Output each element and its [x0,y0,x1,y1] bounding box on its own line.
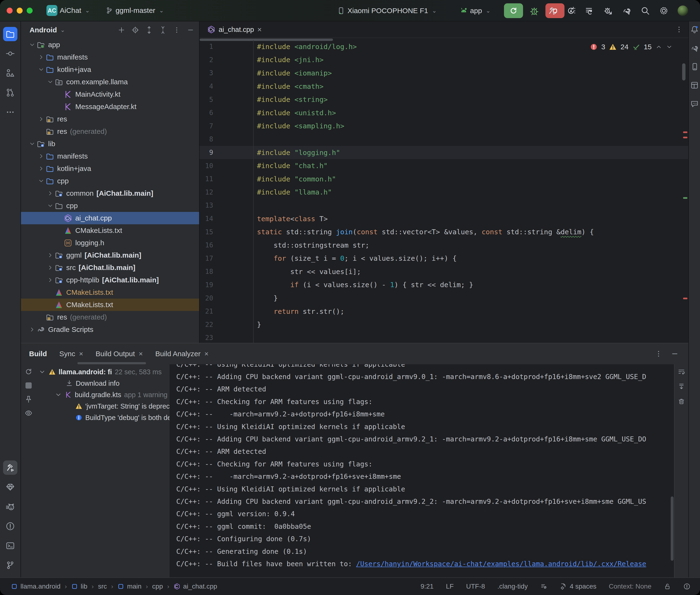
rerun-button[interactable] [504,3,523,18]
next-problem-icon[interactable] [666,44,673,50]
build-warning-row[interactable]: 'jvmTarget: String' is deprec [36,400,170,412]
minimize-window-button[interactable] [17,8,23,13]
chevron-down-icon[interactable] [38,66,45,73]
tree-row-cpp[interactable]: cpp [21,200,199,212]
expand-all-icon[interactable] [145,26,153,34]
line-number[interactable]: 7 [200,122,253,130]
tree-row-ggml[interactable]: ggml[AiChat.lib.main] [21,249,199,261]
tree-row-res[interactable]: res(generated) [21,311,199,323]
chevron-right-icon[interactable] [38,153,45,160]
suspend-icon[interactable] [26,382,32,389]
line-number[interactable]: 19 [200,281,253,289]
resolve-context[interactable]: Context: None [609,583,651,590]
tree-row-kotlin+java[interactable]: kotlin+java [21,63,199,76]
line-number[interactable]: 8 [200,135,253,143]
build-console[interactable]: C/C++: -- Using KleidiAI optimized kerne… [170,364,674,577]
profiler-button[interactable] [585,6,594,16]
build-options-icon[interactable] [654,350,663,358]
project-view-selector[interactable]: Android [30,26,57,34]
close-tab-icon[interactable]: × [139,350,143,358]
settings-button[interactable] [659,6,669,16]
chevron-down-icon[interactable] [47,79,54,85]
code-line[interactable]: 8 [200,133,688,146]
line-number[interactable]: 1 [200,42,253,51]
maximize-window-button[interactable] [27,8,33,13]
tree-row-manifests[interactable]: manifests [21,51,199,63]
locate-file-icon[interactable] [132,26,139,34]
hide-build-panel-icon[interactable] [671,350,679,358]
code-line[interactable]: 13 [200,199,688,212]
gradle-tool-icon[interactable] [690,44,699,52]
lock-open-icon[interactable] [664,583,671,590]
line-number[interactable]: 14 [200,215,253,223]
build-download-row[interactable]: Download info [36,378,170,389]
code-line[interactable]: 19 if (i < values.size() - 1) { str << d… [200,278,688,292]
tree-row-ai_chat.cpp[interactable]: ai_chat.cpp [21,212,199,224]
tree-row-cmakelists.txt[interactable]: CMakeLists.txt [21,224,199,237]
code-line[interactable]: 23 [200,331,688,343]
debug-button[interactable] [529,6,539,16]
gradle-sync-button[interactable] [622,6,632,16]
code-line[interactable]: 17 for (size_t i = 0; i < values.size();… [200,252,688,265]
tree-row-cmakelists.txt[interactable]: CMakeLists.txt [21,286,199,299]
problems-tool-button[interactable] [3,519,18,533]
code-line[interactable]: 10#include "chat.h" [200,159,688,172]
avatar[interactable] [678,5,688,16]
tree-row-mainactivity.kt[interactable]: MainActivity.kt [21,88,199,101]
layout-inspector-icon[interactable] [690,81,699,89]
code-line[interactable]: 2#include <jni.h> [200,53,688,67]
close-tab-icon[interactable]: × [204,350,208,358]
tree-row-logging.h[interactable]: logging.h [21,237,199,249]
error-stripe-mark[interactable] [683,132,688,133]
tree-row-res[interactable]: res(generated) [21,125,199,138]
device-manager-icon[interactable] [690,62,699,71]
indent-setting[interactable]: 4 spaces [560,583,596,590]
line-number[interactable]: 18 [200,267,253,276]
code-line[interactable]: 11#include "common.h" [200,172,688,186]
prev-problem-icon[interactable] [655,44,662,50]
pull-requests-tool-button[interactable] [3,85,18,100]
tree-row-common[interactable]: common[AiChat.lib.main] [21,187,199,200]
apply-changes-button[interactable] [566,6,576,16]
code-line[interactable]: 14template<class T> [200,212,688,225]
clear-all-icon[interactable] [678,398,685,405]
soft-wrap-icon[interactable] [678,368,685,376]
code-line[interactable]: 15static std::string join(const std::vec… [200,225,688,238]
build-root-row[interactable]: llama.android: fi 22 sec, 583 ms [36,366,170,378]
tree-row-gradle-scripts[interactable]: Gradle Scripts [21,323,199,336]
breadcrumb-cpp[interactable]: cpp [152,583,163,590]
sync-icon[interactable] [25,368,33,376]
scroll-to-end-icon[interactable] [678,383,685,391]
project-selector[interactable]: AC AiChat ⌄ [47,5,90,16]
tree-row-cpp-httplib[interactable]: cpp-httplib[AiChat.lib.main] [21,274,199,286]
build-files-link[interactable]: /Users/hanyin/Workspace/ai-chat/examples… [356,560,646,568]
code-line[interactable]: 5#include <string> [200,93,688,106]
structure-tool-button[interactable] [3,66,18,80]
line-number[interactable]: 11 [200,175,253,183]
line-number[interactable]: 20 [200,294,253,302]
device-selector[interactable]: Xiaomi POCOPHONE F1 ⌄ [337,7,437,15]
app-insights-tool-button[interactable] [3,480,18,494]
notifications-bell-icon[interactable] [690,25,699,34]
tree-row-com.example.llama[interactable]: com.example.llama [21,76,199,88]
line-number[interactable]: 13 [200,201,253,209]
tree-row-cmakelists.txt[interactable]: CMakeLists.txt [21,299,199,311]
breadcrumb-ai_chat.cpp[interactable]: ai_chat.cpp [174,583,217,590]
chevron-right-icon[interactable] [47,252,54,259]
chevron-right-icon[interactable] [38,54,45,60]
line-number[interactable]: 22 [200,321,253,329]
ok-stripe-mark[interactable] [683,197,688,199]
problems-status-icon[interactable] [683,583,691,590]
chevron-right-icon[interactable] [29,326,35,333]
code-line[interactable]: 18 str << values[i]; [200,265,688,278]
build-gradle-row[interactable]: build.gradle.kts app 1 warning [36,389,170,400]
editor-vscrollbar[interactable] [682,63,685,81]
code-line[interactable]: 20 } [200,291,688,305]
close-tab-icon[interactable]: × [257,26,262,33]
hide-panel-icon[interactable] [187,26,194,34]
chevron-right-icon[interactable] [38,116,45,122]
caret-position[interactable]: 9:21 [421,583,434,590]
more-tools-button[interactable] [3,105,18,119]
tree-row-messageadapter.kt[interactable]: MessageAdapter.kt [21,101,199,113]
terminal-tool-button[interactable] [3,539,18,553]
